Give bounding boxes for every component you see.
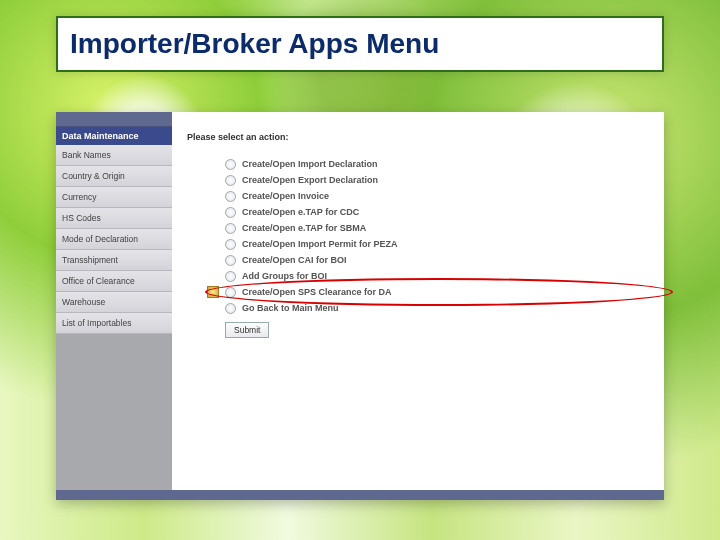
sidebar-item-transshipment[interactable]: Transshipment bbox=[56, 250, 172, 271]
option-label: Create/Open Invoice bbox=[242, 191, 329, 201]
action-option[interactable]: Create/Open CAI for BOI bbox=[225, 252, 649, 268]
option-label: Create/Open Import Declaration bbox=[242, 159, 378, 169]
option-label: Create/Open Import Permit for PEZA bbox=[242, 239, 398, 249]
action-option[interactable]: Create/Open Export Declaration bbox=[225, 172, 649, 188]
sidebar-item-list-of-importables[interactable]: List of Importables bbox=[56, 313, 172, 334]
action-option[interactable]: Add Groups for BOI bbox=[225, 268, 649, 284]
submit-button[interactable]: Submit bbox=[225, 322, 269, 338]
option-label: Add Groups for BOI bbox=[242, 271, 327, 281]
new-badge-icon bbox=[207, 286, 219, 298]
action-option[interactable]: Create/Open Invoice bbox=[225, 188, 649, 204]
option-label: Create/Open Export Declaration bbox=[242, 175, 378, 185]
sidebar-cap bbox=[56, 112, 172, 127]
sidebar-item-country-origin[interactable]: Country & Origin bbox=[56, 166, 172, 187]
content-area: Please select an action: Create/Open Imp… bbox=[172, 112, 664, 490]
action-option[interactable]: Create/Open e.TAP for CDC bbox=[225, 204, 649, 220]
option-label: Create/Open SPS Clearance for DA bbox=[242, 287, 392, 297]
option-label: Go Back to Main Menu bbox=[242, 303, 339, 313]
radio-icon[interactable] bbox=[225, 303, 236, 314]
option-label: Create/Open CAI for BOI bbox=[242, 255, 347, 265]
action-option[interactable]: Go Back to Main Menu bbox=[225, 300, 649, 316]
radio-icon[interactable] bbox=[225, 239, 236, 250]
sidebar-header: Data Maintenance bbox=[56, 127, 172, 145]
radio-icon[interactable] bbox=[225, 175, 236, 186]
radio-icon[interactable] bbox=[225, 207, 236, 218]
sidebar-item-mode-of-declaration[interactable]: Mode of Declaration bbox=[56, 229, 172, 250]
sidebar-item-warehouse[interactable]: Warehouse bbox=[56, 292, 172, 313]
radio-icon[interactable] bbox=[225, 223, 236, 234]
page-title: Importer/Broker Apps Menu bbox=[56, 16, 664, 72]
app-panel: Data Maintenance Bank NamesCountry & Ori… bbox=[56, 112, 664, 500]
sidebar-item-currency[interactable]: Currency bbox=[56, 187, 172, 208]
option-label: Create/Open e.TAP for SBMA bbox=[242, 223, 366, 233]
radio-icon[interactable] bbox=[225, 159, 236, 170]
panel-footer bbox=[56, 490, 664, 500]
action-option[interactable]: Create/Open SPS Clearance for DA bbox=[225, 284, 649, 300]
sidebar-item-hs-codes[interactable]: HS Codes bbox=[56, 208, 172, 229]
sidebar-item-bank-names[interactable]: Bank Names bbox=[56, 145, 172, 166]
radio-icon[interactable] bbox=[225, 255, 236, 266]
action-option[interactable]: Create/Open e.TAP for SBMA bbox=[225, 220, 649, 236]
radio-icon[interactable] bbox=[225, 271, 236, 282]
radio-icon[interactable] bbox=[225, 287, 236, 298]
option-label: Create/Open e.TAP for CDC bbox=[242, 207, 359, 217]
sidebar-item-office-of-clearance[interactable]: Office of Clearance bbox=[56, 271, 172, 292]
sidebar: Data Maintenance Bank NamesCountry & Ori… bbox=[56, 112, 172, 490]
radio-icon[interactable] bbox=[225, 191, 236, 202]
action-option[interactable]: Create/Open Import Declaration bbox=[225, 156, 649, 172]
action-option[interactable]: Create/Open Import Permit for PEZA bbox=[225, 236, 649, 252]
action-prompt: Please select an action: bbox=[187, 132, 649, 142]
